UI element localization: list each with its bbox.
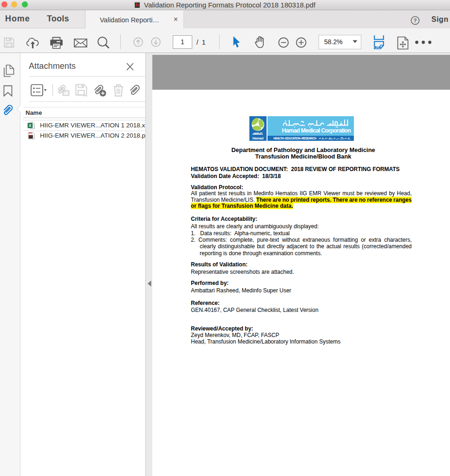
svg-text:?: ? — [413, 18, 417, 23]
svg-text:Hamad: Hamad — [253, 136, 264, 140]
svg-text:X: X — [29, 123, 32, 128]
svg-text:Hamad Medical Corporation: Hamad Medical Corporation — [282, 127, 351, 134]
svg-text:HEALTH • EDUCATION • RESEARCH: HEALTH • EDUCATION • RESEARCH — [274, 137, 316, 140]
